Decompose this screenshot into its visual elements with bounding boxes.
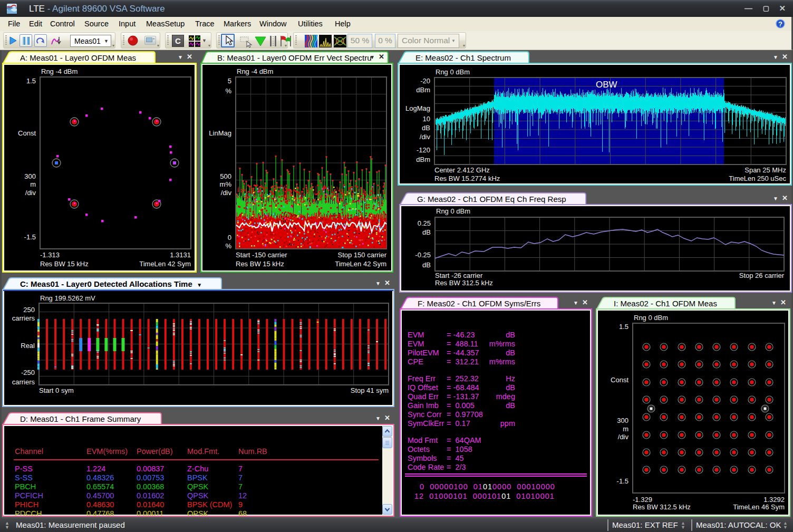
- svg-text:Center 2.412 GHz: Center 2.412 GHz: [434, 166, 490, 174]
- svg-text:TimeLen 46 Sym: TimeLen 46 Sym: [733, 503, 785, 511]
- svg-text:500: 500: [220, 172, 231, 180]
- svg-text:/div: /div: [221, 189, 232, 197]
- svg-text:m: m: [623, 425, 628, 433]
- svg-text:-250: -250: [21, 369, 35, 376]
- svg-text:LinMag: LinMag: [209, 129, 231, 137]
- svg-text:Rng -4 dBm: Rng -4 dBm: [41, 67, 78, 75]
- svg-text:/div: /div: [420, 133, 431, 141]
- svg-text:dBm: dBm: [416, 156, 430, 163]
- svg-text:?: ?: [778, 20, 782, 28]
- svg-text:OBW: OBW: [596, 80, 617, 90]
- svg-text:1.3131: 1.3131: [170, 251, 191, 259]
- svg-text:1.5: 1.5: [26, 77, 36, 85]
- svg-text:10: 10: [423, 115, 430, 123]
- svg-text:TimeLen 250 uSec: TimeLen 250 uSec: [729, 175, 786, 182]
- svg-text:/div: /div: [25, 189, 36, 197]
- svg-text:Const: Const: [18, 129, 36, 137]
- svg-text:Real: Real: [21, 342, 35, 350]
- svg-text:Start 0 sym: Start 0 sym: [39, 386, 74, 394]
- svg-text:0: 0: [228, 234, 231, 241]
- svg-text:-1.329: -1.329: [633, 496, 652, 504]
- svg-text:Rng -4 dBm: Rng -4 dBm: [237, 67, 273, 75]
- svg-text:Res BW 312.5 kHz: Res BW 312.5 kHz: [633, 503, 691, 511]
- svg-text:TimeLen 42 Sym: TimeLen 42 Sym: [335, 260, 386, 268]
- svg-text:-0.25: -0.25: [415, 251, 431, 259]
- svg-text:0.25: 0.25: [418, 219, 431, 227]
- svg-text:Start -26 carrier: Start -26 carrier: [435, 272, 483, 279]
- svg-text:Stop 41 sym: Stop 41 sym: [351, 386, 389, 394]
- svg-text:-1.5: -1.5: [617, 477, 628, 485]
- svg-text:dBm: dBm: [416, 86, 430, 94]
- svg-text:Const: Const: [611, 376, 628, 384]
- svg-text:TimeLen 42 Sym: TimeLen 42 Sym: [139, 260, 191, 268]
- svg-text:carriers: carriers: [12, 314, 35, 322]
- svg-text:Rng 199.5262 mV: Rng 199.5262 mV: [40, 294, 95, 302]
- svg-text:dB: dB: [422, 124, 430, 132]
- svg-text:%: %: [225, 87, 231, 95]
- svg-text:Res BW 15 kHz: Res BW 15 kHz: [40, 260, 89, 268]
- svg-text:-1.313: -1.313: [40, 251, 60, 259]
- svg-text:250: 250: [23, 306, 35, 314]
- svg-text:Rng 0 dBm: Rng 0 dBm: [436, 207, 470, 215]
- svg-text:Res BW 15.2774 kHz: Res BW 15.2774 kHz: [434, 175, 500, 182]
- svg-text:300: 300: [617, 417, 628, 424]
- svg-text:carriers: carriers: [12, 378, 35, 386]
- svg-text:Stop 150 carrier: Stop 150 carrier: [338, 251, 387, 259]
- svg-text:/div: /div: [618, 433, 629, 441]
- svg-text:Res BW 15 kHz: Res BW 15 kHz: [236, 260, 284, 268]
- svg-text:300: 300: [24, 172, 36, 180]
- svg-text:1.5: 1.5: [619, 323, 628, 331]
- svg-text:1.3292: 1.3292: [763, 496, 785, 504]
- svg-text:Res BW 312.5 kHz: Res BW 312.5 kHz: [435, 279, 493, 287]
- svg-text:m: m: [30, 180, 36, 188]
- svg-text:Span 25 MHz: Span 25 MHz: [744, 166, 786, 174]
- svg-text:-20: -20: [420, 77, 430, 85]
- svg-text:Stop 26 carrier: Stop 26 carrier: [739, 272, 785, 279]
- svg-text:%: %: [225, 242, 231, 250]
- svg-text:dB: dB: [422, 228, 431, 236]
- svg-text:m%: m%: [220, 180, 232, 188]
- svg-text:LogMag: LogMag: [405, 104, 430, 112]
- svg-text:Rng 0 dBm: Rng 0 dBm: [634, 314, 668, 322]
- svg-text:dB: dB: [422, 261, 431, 269]
- svg-text:-120: -120: [417, 146, 430, 154]
- svg-text:Rng 0 dBm: Rng 0 dBm: [436, 68, 470, 76]
- svg-text:Start -150 carrier: Start -150 carrier: [236, 251, 287, 259]
- svg-text:-1.5: -1.5: [24, 233, 36, 241]
- svg-text:5: 5: [228, 77, 231, 85]
